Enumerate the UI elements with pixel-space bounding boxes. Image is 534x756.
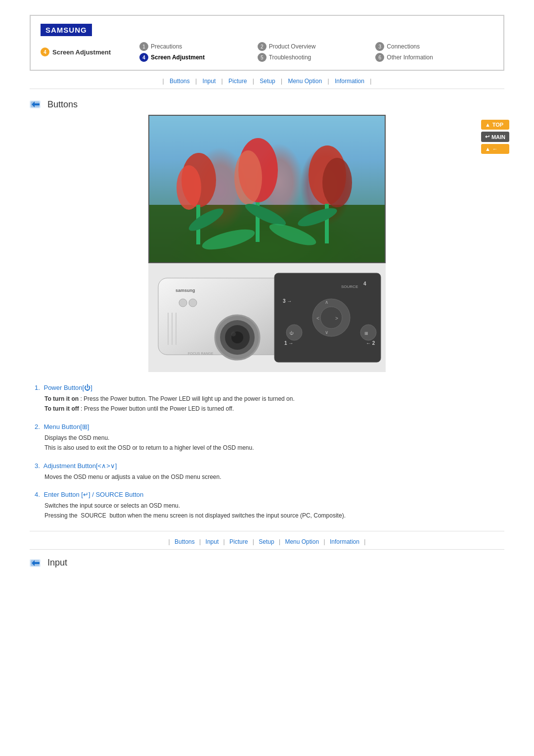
svg-text:3 →: 3 → — [283, 298, 292, 304]
nav-connections[interactable]: 3 Connections — [375, 42, 493, 51]
projector-image: samsung FOCUS RANGE — [148, 263, 386, 372]
list-item-4-title: 4. Enter Button [↵] / SOURCE Button — [35, 491, 504, 498]
bottom-breadcrumb-buttons[interactable]: Buttons — [175, 538, 195, 545]
svg-point-25 — [231, 331, 236, 336]
active-section-number: 4 — [41, 47, 49, 56]
nav-number-2: 2 — [258, 42, 267, 51]
svg-point-11 — [322, 158, 352, 207]
svg-text:>: > — [335, 316, 338, 321]
bottom-breadcrumb-menu-option[interactable]: Menu Option — [285, 538, 319, 545]
nav-screen-adjustment[interactable]: 4 Screen Adjustment — [139, 53, 258, 62]
button-descriptions: 1. Power Button[⏻] To turn it on : Press… — [30, 384, 504, 521]
input-section-icon — [30, 558, 44, 568]
svg-text:∨: ∨ — [325, 330, 328, 335]
svg-text:SOURCE: SOURCE — [341, 284, 358, 289]
nav-troubleshooting[interactable]: 5 Troubleshooting — [258, 53, 376, 62]
buttons-title: Buttons — [47, 99, 78, 110]
nav-other-information[interactable]: 6 Other Information — [375, 53, 493, 62]
svg-text:⏻: ⏻ — [289, 331, 294, 335]
svg-text:∧: ∧ — [325, 299, 328, 305]
list-item-1: 1. Power Button[⏻] To turn it on : Press… — [35, 384, 504, 414]
top-breadcrumb: | Buttons | Input | Picture | Setup | Me… — [30, 71, 504, 89]
main-button[interactable]: ↩ MAIN — [481, 132, 509, 142]
prev-button[interactable]: ▲ ← — [481, 144, 509, 154]
prev-arrow-icon: ▲ — [485, 146, 490, 152]
svg-text:samsung: samsung — [176, 288, 195, 293]
nav-product-overview[interactable]: 2 Product Overview — [258, 42, 376, 51]
list-item-2: 2. Menu Button[⊞] Displays the OSD menu.… — [35, 423, 504, 453]
top-button[interactable]: ▲ TOP — [481, 120, 509, 130]
prev-button-label: ← — [492, 146, 498, 152]
breadcrumb-separator: | — [163, 78, 164, 85]
list-item-4: 4. Enter Button [↵] / SOURCE Button Swit… — [35, 491, 504, 521]
header-nav: SAMSUNG 4 Screen Adjustment 1 Precaution… — [30, 15, 504, 71]
side-navigation: ▲ TOP ↩ MAIN ▲ ← — [481, 120, 509, 154]
nav-number-5: 5 — [258, 53, 267, 62]
breadcrumb-information[interactable]: Information — [335, 78, 364, 85]
list-item-2-desc: Displays the OSD menu. This is also used… — [44, 433, 504, 453]
input-section: Input — [30, 558, 504, 568]
svg-point-8 — [234, 150, 262, 205]
list-item-1-title: 1. Power Button[⏻] — [35, 384, 504, 391]
bottom-breadcrumb-picture[interactable]: Picture — [229, 538, 248, 545]
nav-number-6: 6 — [375, 53, 384, 62]
breadcrumb-setup[interactable]: Setup — [260, 78, 275, 85]
svg-text:▦: ▦ — [364, 331, 368, 335]
svg-text:4: 4 — [363, 281, 366, 286]
list-item-3: 3. Adjustment Button[<∧>∨] Moves the OSD… — [35, 462, 504, 482]
nav-number-4: 4 — [139, 53, 148, 62]
input-section-title: Input — [30, 558, 504, 568]
tulip-image-container — [148, 115, 386, 263]
list-item-3-title: 3. Adjustment Button[<∧>∨] — [35, 462, 504, 470]
list-item-2-title: 2. Menu Button[⊞] — [35, 423, 504, 430]
nav-precautions[interactable]: 1 Precautions — [139, 42, 258, 51]
svg-point-26 — [179, 299, 187, 307]
bottom-separator: | — [169, 538, 170, 545]
svg-point-5 — [177, 165, 201, 210]
svg-point-34 — [320, 307, 342, 329]
svg-text:← 2: ← 2 — [366, 340, 375, 346]
svg-point-46 — [360, 325, 376, 340]
bottom-breadcrumb-setup[interactable]: Setup — [259, 538, 274, 545]
main-arrow-icon: ↩ — [485, 134, 490, 140]
list-item-3-desc: Moves the OSD menu or adjusts a value on… — [44, 472, 504, 482]
active-section-label: 4 Screen Adjustment — [41, 47, 139, 56]
input-title: Input — [47, 558, 67, 568]
list-item-1-desc: To turn it on : Press the Power button. … — [44, 394, 504, 414]
bottom-breadcrumb-input[interactable]: Input — [206, 538, 219, 545]
buttons-section-title: Buttons — [30, 99, 504, 110]
samsung-logo: SAMSUNG — [41, 24, 92, 36]
main-button-label: MAIN — [491, 134, 505, 140]
breadcrumb-input[interactable]: Input — [203, 78, 216, 85]
breadcrumb-buttons[interactable]: Buttons — [170, 78, 190, 85]
breadcrumb-picture[interactable]: Picture — [228, 78, 247, 85]
buttons-section-icon — [30, 99, 44, 110]
svg-point-27 — [189, 299, 197, 307]
top-button-label: TOP — [492, 122, 503, 128]
bottom-breadcrumb-information[interactable]: Information — [330, 538, 359, 545]
tulip-image — [148, 115, 386, 263]
nav-number-1: 1 — [139, 42, 148, 51]
svg-text:FOCUS RANGE: FOCUS RANGE — [188, 352, 214, 355]
bottom-breadcrumb: | Buttons | Input | Picture | Setup | Me… — [30, 531, 504, 550]
top-arrow-icon: ▲ — [485, 122, 490, 128]
list-item-4-desc: Switches the input source or selects an … — [44, 501, 504, 521]
breadcrumb-menu-option[interactable]: Menu Option — [288, 78, 322, 85]
projector-image-container: samsung FOCUS RANGE — [30, 263, 504, 372]
svg-text:<: < — [316, 316, 319, 321]
svg-text:1 →: 1 → — [284, 340, 293, 346]
svg-point-44 — [286, 325, 302, 340]
tulip-svg — [149, 116, 385, 262]
main-content: ▲ TOP ↩ MAIN ▲ ← — [30, 115, 504, 521]
nav-number-3: 3 — [375, 42, 384, 51]
projector-svg: samsung FOCUS RANGE — [148, 263, 386, 372]
